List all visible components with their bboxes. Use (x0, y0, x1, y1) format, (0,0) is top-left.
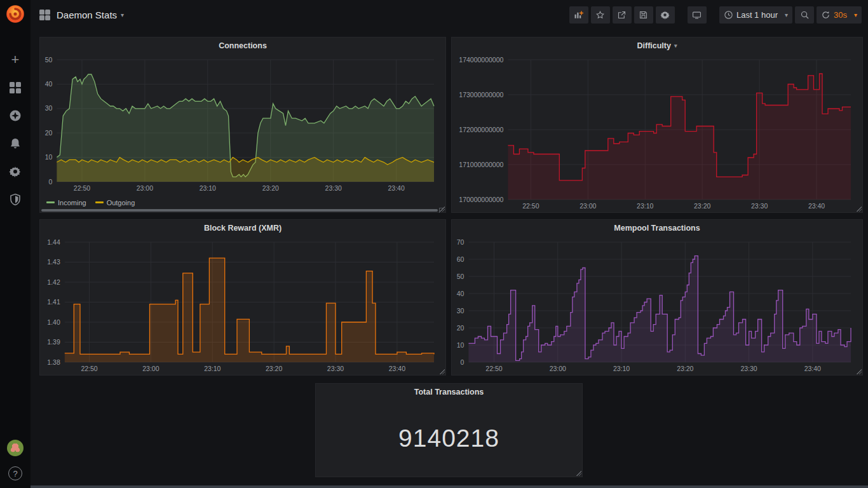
svg-text:40: 40 (457, 290, 465, 297)
svg-text:20: 20 (457, 324, 465, 332)
connections-legend: Incoming Outgoing (40, 197, 445, 208)
add-panel-icon (574, 10, 583, 20)
svg-text:22:50: 22:50 (485, 365, 502, 372)
svg-text:50: 50 (457, 273, 465, 280)
grafana-logo[interactable] (4, 3, 26, 25)
share-icon (617, 10, 627, 20)
outgoing-label: Outgoing (107, 199, 135, 207)
panel-resize-handle[interactable] (856, 206, 862, 212)
svg-text:40: 40 (45, 80, 53, 88)
gear-icon (660, 10, 670, 20)
mempool-chart[interactable]: 01020304050607022:5023:0023:1023:2023:30… (453, 236, 858, 376)
save-button[interactable] (634, 6, 653, 24)
panel-title-difficulty[interactable]: Difficulty▾ (452, 37, 862, 53)
svg-text:23:30: 23:30 (327, 365, 344, 372)
panel-title-total-transactions[interactable]: Total Transactions (316, 384, 582, 400)
svg-text:30: 30 (457, 307, 465, 315)
legend-scrollbar[interactable] (41, 208, 444, 214)
svg-text:1.44: 1.44 (47, 238, 60, 246)
legend-item-incoming[interactable]: Incoming (46, 199, 86, 207)
dashboard-settings-button[interactable] (656, 6, 675, 24)
svg-text:1.41: 1.41 (47, 298, 60, 306)
svg-text:174000000000: 174000000000 (459, 56, 503, 64)
svg-text:22:50: 22:50 (522, 202, 539, 210)
panel-resize-handle[interactable] (439, 369, 445, 374)
panel-title-block-reward[interactable]: Block Reward (XMR) (40, 220, 445, 236)
page-horizontal-scrollbar[interactable] (31, 485, 868, 488)
time-range-label: Last 1 hour (736, 10, 778, 20)
svg-text:23:00: 23:00 (550, 365, 566, 372)
clock-icon (724, 10, 733, 20)
svg-text:23:30: 23:30 (325, 184, 342, 192)
svg-text:173000000000: 173000000000 (459, 91, 503, 98)
svg-text:23:30: 23:30 (751, 202, 768, 210)
svg-text:170000000000: 170000000000 (459, 196, 503, 203)
refresh-caret-icon: ▾ (854, 11, 857, 18)
svg-text:23:40: 23:40 (389, 365, 405, 372)
svg-text:1.39: 1.39 (47, 338, 60, 346)
panel-title-connections[interactable]: Connections (40, 37, 445, 53)
svg-text:23:00: 23:00 (580, 202, 596, 210)
panel-difficulty: Difficulty▾ 1700000000001710000000001720… (451, 37, 863, 213)
dashboards-icon[interactable] (8, 81, 22, 95)
svg-text:23:10: 23:10 (637, 202, 653, 210)
refresh-interval-label: 30s (834, 10, 847, 20)
difficulty-chart[interactable]: 1700000000001710000000001720000000001730… (453, 53, 858, 214)
user-avatar[interactable] (7, 440, 24, 456)
refresh-picker[interactable]: 30s ▾ (817, 6, 862, 24)
panel-mempool: Mempool Transactions 01020304050607022:5… (451, 219, 863, 376)
panel-title-mempool[interactable]: Mempool Transactions (452, 220, 862, 236)
incoming-label: Incoming (58, 199, 86, 207)
dashboard-grid-icon[interactable] (39, 10, 50, 20)
explore-icon[interactable] (8, 109, 22, 123)
panel-resize-handle[interactable] (856, 369, 862, 374)
svg-text:23:10: 23:10 (200, 184, 216, 192)
svg-text:23:00: 23:00 (137, 184, 153, 192)
svg-text:23:20: 23:20 (677, 365, 693, 372)
svg-text:1.38: 1.38 (47, 358, 60, 366)
panel-resize-handle[interactable] (576, 470, 581, 476)
help-icon[interactable]: ? (8, 466, 22, 480)
panel-connections: Connections 0102030405022:5023:0023:1023… (39, 37, 446, 213)
incoming-swatch (46, 201, 55, 203)
svg-text:171000000000: 171000000000 (459, 161, 503, 168)
add-icon[interactable]: + (8, 53, 22, 67)
svg-text:23:40: 23:40 (388, 184, 404, 192)
time-range-picker[interactable]: Last 1 hour ▾ (719, 6, 792, 24)
svg-text:23:20: 23:20 (266, 365, 282, 372)
panel-resize-handle[interactable] (439, 206, 445, 212)
block-reward-chart[interactable]: 1.381.391.401.411.421.431.4422:5023:0023… (41, 236, 442, 376)
total-transactions-value: 9140218 (398, 424, 499, 452)
connections-chart[interactable]: 0102030405022:5023:0023:1023:2023:3023:4… (41, 53, 442, 196)
alerting-bell-icon[interactable] (8, 137, 22, 151)
svg-text:50: 50 (45, 56, 53, 64)
svg-text:23:00: 23:00 (142, 365, 159, 372)
svg-text:23:20: 23:20 (694, 202, 710, 210)
svg-text:23:40: 23:40 (808, 202, 825, 210)
panel-total-transactions: Total Transactions 9140218 (315, 383, 583, 477)
svg-text:0: 0 (461, 358, 465, 366)
zoom-out-icon (800, 10, 810, 20)
refresh-icon (821, 10, 831, 20)
time-range-caret-icon: ▾ (785, 11, 788, 18)
zoom-out-button[interactable] (795, 6, 814, 24)
shield-icon[interactable] (8, 193, 22, 207)
svg-text:23:10: 23:10 (613, 365, 630, 372)
add-panel-button[interactable] (569, 6, 588, 24)
share-button[interactable] (613, 6, 632, 24)
outgoing-swatch (95, 201, 104, 203)
dashboard-title-caret-icon[interactable]: ▾ (121, 11, 124, 18)
legend-item-outgoing[interactable]: Outgoing (95, 199, 135, 207)
tv-icon (692, 10, 702, 20)
svg-text:0: 0 (49, 178, 53, 186)
star-icon (595, 10, 605, 20)
dashboard-title[interactable]: Daemon Stats (57, 10, 117, 20)
svg-text:22:50: 22:50 (81, 365, 97, 372)
top-navbar: Daemon Stats ▾ Last 1 hour ▾ (31, 0, 868, 29)
cycle-view-mode-button[interactable] (688, 6, 707, 24)
configuration-gear-icon[interactable] (8, 165, 22, 179)
star-button[interactable] (591, 6, 610, 24)
svg-text:23:30: 23:30 (740, 365, 757, 372)
svg-text:22:50: 22:50 (74, 184, 90, 192)
svg-text:1.40: 1.40 (47, 318, 60, 326)
